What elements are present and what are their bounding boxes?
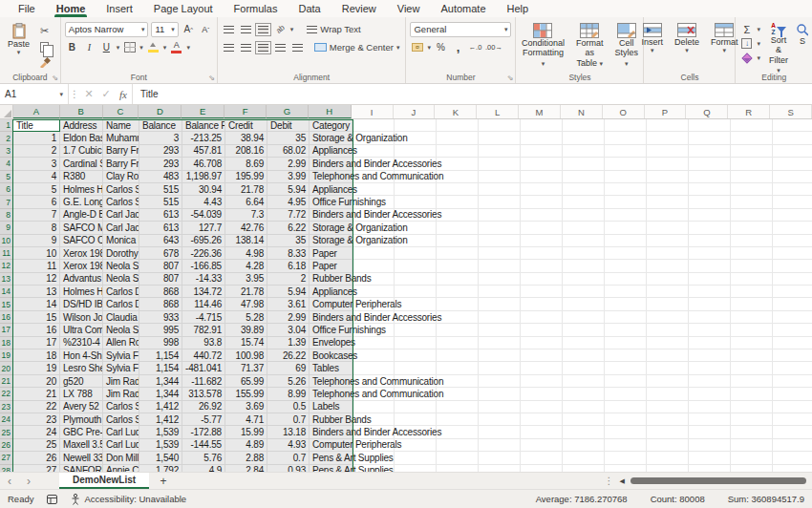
cell-D18[interactable]: 998 — [139, 337, 182, 349]
cell-P24[interactable] — [647, 413, 689, 426]
row-header-6[interactable]: 6 — [0, 183, 13, 196]
cell-G10[interactable]: 35 — [267, 235, 310, 247]
cell-C6[interactable]: Carlos Solt — [103, 183, 139, 196]
cell-L9[interactable] — [479, 222, 521, 234]
cell-P9[interactable] — [647, 222, 689, 234]
cell-S11[interactable] — [773, 247, 812, 260]
cell-D25[interactable]: 1,539 — [139, 426, 182, 438]
cell-K9[interactable] — [437, 222, 479, 234]
cell-M9[interactable] — [521, 222, 563, 234]
cell-A6[interactable]: 5 — [13, 183, 60, 196]
formula-bar-handle[interactable]: ⋮ — [69, 84, 80, 104]
cell-O11[interactable] — [605, 247, 647, 260]
row-header-3[interactable]: 3 — [0, 145, 13, 158]
decrease-indent-button[interactable] — [273, 40, 288, 54]
cell-R1[interactable] — [731, 119, 773, 132]
cell-Q11[interactable] — [689, 247, 731, 260]
cell-B7[interactable]: G.E. Longe — [60, 196, 103, 208]
cell-O28[interactable] — [605, 465, 647, 472]
cell-D20[interactable]: 1,154 — [139, 362, 182, 374]
cell-M24[interactable] — [521, 413, 563, 426]
cell-B2[interactable]: Eldon Base — [60, 132, 103, 144]
cell-C15[interactable]: Carlos Dal — [103, 298, 139, 310]
cell-R27[interactable] — [731, 452, 773, 464]
cell-O26[interactable] — [605, 439, 647, 452]
cell-F19[interactable]: 100.98 — [225, 349, 267, 362]
column-header-M[interactable]: M — [519, 105, 561, 118]
cell-F18[interactable]: 15.74 — [225, 337, 267, 349]
sheet-nav-right-icon[interactable]: › — [19, 473, 38, 489]
cell-M2[interactable] — [521, 132, 563, 144]
cell-C17[interactable]: Neola Schn — [103, 324, 139, 336]
cell-N25[interactable] — [563, 426, 605, 438]
cell-C25[interactable]: Carl Ludwi — [103, 426, 139, 438]
insert-function-icon[interactable]: fx — [115, 84, 132, 104]
cell-I18[interactable] — [353, 337, 395, 349]
row-header-2[interactable]: 2 — [0, 132, 13, 144]
autosum-chevron[interactable]: ▾ — [757, 26, 760, 32]
cell-B22[interactable]: LX 788 — [60, 388, 103, 400]
name-box-chevron[interactable]: ▾ — [59, 91, 63, 97]
cell-S23[interactable] — [773, 401, 812, 413]
increase-decimal-button[interactable]: ←.0 — [468, 40, 482, 54]
cell-Q23[interactable] — [689, 401, 731, 413]
cell-E1[interactable]: Balance Re — [182, 119, 225, 132]
delete-cells-button[interactable]: Delete ▾ — [671, 21, 703, 70]
cell-E23[interactable]: 26.92 — [182, 401, 225, 413]
cell-O9[interactable] — [605, 222, 647, 234]
cell-R13[interactable] — [731, 273, 773, 286]
cell-B17[interactable]: Ultra Comr — [60, 324, 103, 336]
cell-M3[interactable] — [521, 145, 563, 158]
cell-D2[interactable]: 3 — [139, 132, 182, 144]
cell-P6[interactable] — [647, 183, 689, 196]
column-header-I[interactable]: I — [352, 105, 394, 118]
cell-H17[interactable]: Office Furnishings — [310, 324, 353, 336]
row-header-9[interactable]: 9 — [0, 222, 13, 234]
cell-R2[interactable] — [731, 132, 773, 144]
cell-M21[interactable] — [521, 375, 563, 388]
cell-D9[interactable]: 613 — [139, 222, 182, 234]
cell-K17[interactable] — [437, 324, 479, 336]
cell-L13[interactable] — [479, 273, 521, 286]
cell-E22[interactable]: 313.578 — [182, 388, 225, 400]
cell-R10[interactable] — [731, 235, 773, 247]
cell-G18[interactable]: 1.39 — [267, 337, 310, 349]
cell-G21[interactable]: 5.26 — [267, 375, 310, 388]
cell-H6[interactable]: Appliances — [310, 183, 353, 196]
cell-H7[interactable]: Office Furnishings — [310, 196, 353, 208]
cell-P27[interactable] — [647, 452, 689, 464]
cell-Q17[interactable] — [689, 324, 731, 336]
cell-B16[interactable]: Wilson Jon — [60, 311, 103, 324]
cell-O18[interactable] — [605, 337, 647, 349]
cell-Q15[interactable] — [689, 298, 731, 310]
cell-C2[interactable]: Muhamme — [103, 132, 139, 144]
cell-S7[interactable] — [773, 196, 812, 208]
cell-N10[interactable] — [563, 235, 605, 247]
menu-tab-formulas[interactable]: Formulas — [224, 0, 288, 17]
cell-F20[interactable]: 71.37 — [225, 362, 267, 374]
cell-D13[interactable]: 807 — [139, 273, 182, 286]
cell-S21[interactable] — [773, 375, 812, 388]
cell-H19[interactable]: Bookcases — [310, 349, 353, 362]
cell-A13[interactable]: 12 — [13, 273, 60, 286]
row-header-7[interactable]: 7 — [0, 196, 13, 208]
cell-Q14[interactable] — [689, 286, 731, 298]
cell-F28[interactable]: 2.84 — [225, 465, 267, 472]
horizontal-scrollbar-thumb[interactable] — [630, 477, 806, 484]
orientation-chevron[interactable]: ▾ — [290, 26, 294, 32]
name-box[interactable]: A1 ▾ — [0, 84, 69, 104]
format-as-table-button[interactable]: Format as Table ▾ — [572, 21, 608, 70]
cell-J7[interactable] — [395, 196, 437, 208]
cell-Q27[interactable] — [689, 452, 731, 464]
cell-H16[interactable]: Binders and Binder Accessories — [310, 311, 353, 324]
cell-A1[interactable]: Title — [13, 119, 60, 132]
cell-Q21[interactable] — [689, 375, 731, 388]
cell-J3[interactable] — [395, 145, 437, 158]
cell-Q28[interactable] — [689, 465, 731, 472]
cell-E10[interactable]: -695.26 — [182, 235, 225, 247]
underline-chevron[interactable]: ▾ — [117, 44, 120, 51]
cell-E2[interactable]: -213.25 — [182, 132, 225, 144]
cell-D28[interactable]: 1,792 — [139, 465, 182, 472]
cell-D8[interactable]: 613 — [139, 209, 182, 222]
cell-A26[interactable]: 25 — [13, 439, 60, 452]
